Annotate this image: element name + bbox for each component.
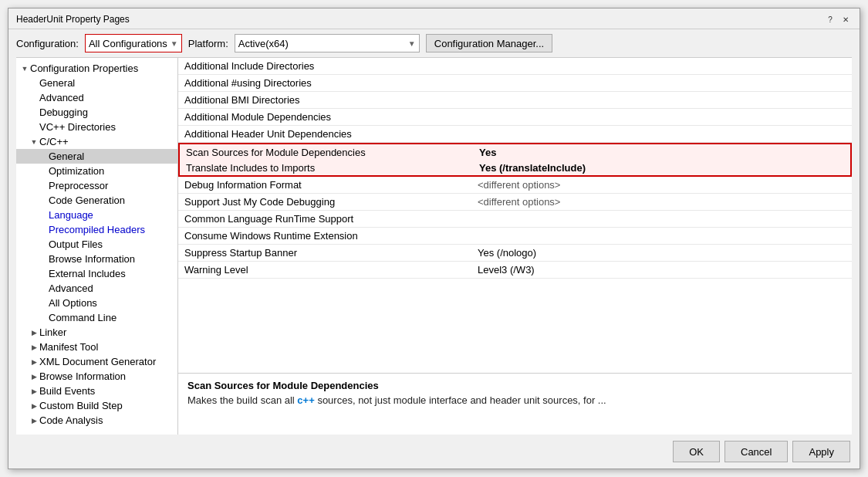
prop-name-3: Additional Module Dependencies — [178, 110, 471, 124]
platform-value: Active(x64) — [238, 38, 405, 49]
main-content: ▼Configuration PropertiesGeneralAdvanced… — [16, 57, 852, 435]
tree-item-optimization[interactable]: Optimization — [16, 164, 177, 178]
apply-button[interactable]: Apply — [792, 441, 850, 462]
prop-name-10: Consume Windows Runtime Extension — [178, 228, 471, 243]
config-dropdown-arrow: ▼ — [171, 39, 178, 48]
prop-name-12: Warning Level — [178, 262, 471, 277]
tree-item-xml-doc[interactable]: ▶XML Document Generator — [16, 354, 177, 369]
prop-value-2 — [471, 99, 852, 102]
desc-highlight: c++ — [297, 394, 314, 406]
prop-row-4[interactable]: Additional Header Unit Dependencies — [178, 126, 852, 143]
tree-label-preprocessor: Preprocessor — [49, 180, 108, 191]
tree-label-cpp: C/C++ — [39, 136, 69, 147]
tree-item-code-generation[interactable]: Code Generation — [16, 193, 177, 208]
platform-dropdown[interactable]: Active(x64) ▼ — [235, 34, 420, 52]
help-button[interactable]: ? — [824, 13, 836, 25]
tree-label-ext-includes: External Includes — [49, 268, 126, 279]
tree-expand-manifest-tool: ▶ — [29, 343, 39, 351]
prop-name-11: Suppress Startup Banner — [178, 245, 471, 260]
cancel-button[interactable]: Cancel — [724, 441, 788, 462]
prop-row-8[interactable]: Support Just My Code Debugging<different… — [178, 194, 852, 211]
tree-label-browse-info: Browse Information — [49, 253, 135, 265]
prop-value-10 — [471, 235, 852, 238]
tree-label-advanced2: Advanced — [49, 282, 93, 294]
tree-item-general[interactable]: General — [16, 76, 177, 90]
prop-name-9: Common Language RunTime Support — [178, 211, 471, 226]
tree-item-ext-includes[interactable]: External Includes — [16, 266, 177, 281]
prop-row-1[interactable]: Additional #using Directories — [178, 75, 852, 92]
tree-label-build-events: Build Events — [39, 385, 95, 397]
tree-item-custom-build[interactable]: ▶Custom Build Step — [16, 398, 177, 413]
tree-label-all-options: All Options — [49, 297, 97, 309]
bottom-bar: OK Cancel Apply — [8, 435, 860, 469]
prop-value-7: <different options> — [471, 178, 852, 192]
prop-value-6: Yes (/translateInclude) — [473, 161, 850, 175]
prop-value-0 — [471, 65, 852, 68]
tree-label-manifest-tool: Manifest Tool — [39, 341, 98, 353]
tree-item-cpp-general[interactable]: General — [16, 149, 177, 164]
tree-item-code-analysis[interactable]: ▶Code Analysis — [16, 413, 177, 428]
tree-expand-code-analysis: ▶ — [29, 417, 39, 425]
tree-item-config-props[interactable]: ▼Configuration Properties — [16, 61, 177, 76]
prop-name-5: Scan Sources for Module Dependencies — [180, 145, 473, 160]
prop-row-9[interactable]: Common Language RunTime Support — [178, 211, 852, 228]
prop-row-7[interactable]: Debug Information Format<different optio… — [178, 177, 852, 194]
tree-item-manifest-tool[interactable]: ▶Manifest Tool — [16, 340, 177, 354]
tree-label-cmd-line: Command Line — [49, 312, 117, 323]
prop-row-12[interactable]: Warning LevelLevel3 (/W3) — [178, 262, 852, 279]
tree-label-output-files: Output Files — [49, 238, 103, 250]
config-bar: Configuration: All Configurations ▼ Plat… — [8, 29, 860, 57]
desc-body: Makes the build scan all c++ sources, no… — [187, 394, 843, 406]
prop-row-3[interactable]: Additional Module Dependencies — [178, 109, 852, 126]
tree-label-precompiled: Precompiled Headers — [49, 224, 145, 235]
prop-row-5[interactable]: Scan Sources for Module DependenciesYes — [178, 143, 852, 160]
tree-item-cmd-line[interactable]: Command Line — [16, 310, 177, 325]
tree-label-debugging: Debugging — [39, 107, 88, 118]
description-panel: Scan Sources for Module Dependencies Mak… — [178, 373, 852, 435]
tree-item-vc-dirs[interactable]: VC++ Directories — [16, 120, 177, 134]
tree-item-browse-info[interactable]: Browse Information — [16, 252, 177, 266]
prop-name-2: Additional BMI Directories — [178, 93, 471, 107]
tree-item-advanced[interactable]: Advanced — [16, 90, 177, 105]
tree-expand-build-events: ▶ — [29, 387, 39, 395]
prop-row-11[interactable]: Suppress Startup BannerYes (/nologo) — [178, 245, 852, 262]
prop-row-6[interactable]: Translate Includes to ImportsYes (/trans… — [178, 160, 852, 177]
tree-item-language[interactable]: Language — [16, 208, 177, 222]
tree-label-config-props: Configuration Properties — [30, 63, 138, 74]
prop-name-6: Translate Includes to Imports — [180, 161, 473, 175]
config-dropdown[interactable]: All Configurations ▼ — [85, 34, 182, 52]
tree-label-advanced: Advanced — [39, 92, 84, 103]
prop-name-8: Support Just My Code Debugging — [178, 195, 471, 209]
close-button[interactable]: ✕ — [839, 13, 852, 25]
prop-name-0: Additional Include Directories — [178, 59, 471, 73]
prop-row-0[interactable]: Additional Include Directories — [178, 58, 852, 75]
tree-item-browse-info2[interactable]: ▶Browse Information — [16, 369, 177, 384]
prop-value-11: Yes (/nologo) — [471, 245, 852, 260]
config-label: Configuration: — [16, 38, 79, 49]
platform-dropdown-arrow: ▼ — [408, 39, 416, 48]
tree-expand-config-props: ▼ — [19, 65, 30, 73]
prop-row-10[interactable]: Consume Windows Runtime Extension — [178, 228, 852, 245]
tree-item-debugging[interactable]: Debugging — [16, 105, 177, 120]
desc-title: Scan Sources for Module Dependencies — [187, 380, 843, 391]
prop-row-2[interactable]: Additional BMI Directories — [178, 92, 852, 109]
tree-item-build-events[interactable]: ▶Build Events — [16, 384, 177, 398]
prop-value-8: <different options> — [471, 195, 852, 209]
tree-item-all-options[interactable]: All Options — [16, 296, 177, 310]
tree-item-linker[interactable]: ▶Linker — [16, 325, 177, 340]
tree-item-preprocessor[interactable]: Preprocessor — [16, 178, 177, 193]
tree-label-linker: Linker — [39, 326, 66, 338]
ok-button[interactable]: OK — [673, 441, 720, 462]
tree-label-language: Language — [49, 209, 93, 221]
tree-item-output-files[interactable]: Output Files — [16, 237, 177, 252]
tree-label-xml-doc: XML Document Generator — [39, 356, 156, 367]
tree-item-cpp[interactable]: ▼C/C++ — [16, 134, 177, 149]
tree-label-general: General — [39, 77, 75, 89]
tree-item-advanced2[interactable]: Advanced — [16, 281, 177, 296]
config-manager-button[interactable]: Configuration Manager... — [426, 34, 552, 52]
tree-item-precompiled[interactable]: Precompiled Headers — [16, 222, 177, 237]
tree-expand-custom-build: ▶ — [29, 402, 39, 410]
prop-value-12: Level3 (/W3) — [471, 262, 852, 277]
tree-expand-linker: ▶ — [29, 329, 39, 337]
prop-name-7: Debug Information Format — [178, 178, 471, 192]
